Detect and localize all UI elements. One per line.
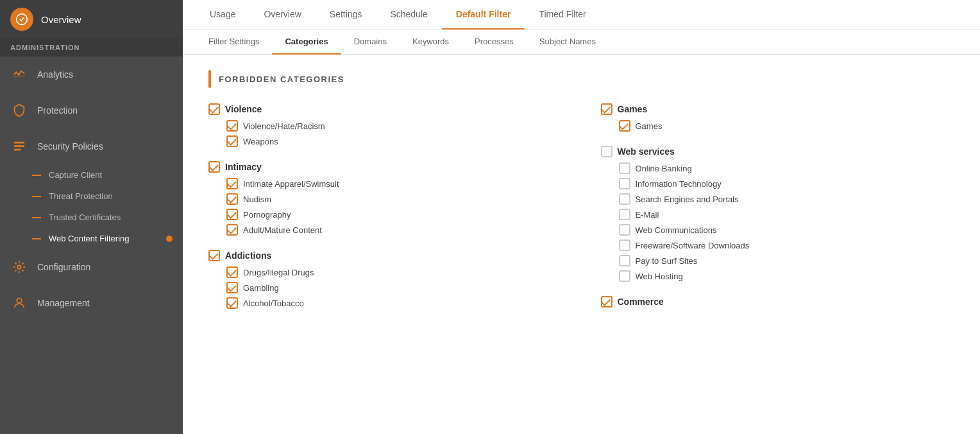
cat-group-web-services: Web servicesOnline BankingInformation Te… [601, 146, 955, 282]
dash-icon-4 [32, 238, 41, 239]
sidebar-item-security-policies[interactable]: Security Policies [0, 128, 183, 164]
admin-section-header: ADMINISTRATION [0, 39, 183, 56]
svg-rect-4 [14, 149, 21, 151]
checkbox-games[interactable] [601, 103, 612, 115]
protection-icon [10, 101, 28, 119]
sidebar-label-management: Management [37, 298, 90, 308]
cat-child-label-pay-to-surf: Pay to Surf Sites [636, 256, 698, 266]
checkbox-violence-hate[interactable] [226, 120, 238, 132]
cat-children-intimacy: Intimate Apparel/SwimsuitNudismPornograp… [208, 178, 562, 236]
checkbox-weapons[interactable] [226, 135, 238, 147]
cat-parent-label-violence: Violence [225, 104, 262, 114]
subtab-keywords[interactable]: Keywords [400, 30, 462, 55]
checkbox-pay-to-surf[interactable] [619, 255, 630, 266]
categories-grid: ViolenceViolence/Hate/RacismWeaponsIntim… [208, 103, 954, 323]
cat-parent-addictions: Addictions [208, 250, 562, 261]
tab-settings[interactable]: Settings [316, 0, 376, 30]
cat-group-addictions: AddictionsDrugs/Illegal DrugsGamblingAlc… [208, 250, 562, 309]
checkbox-nudism[interactable] [226, 193, 238, 205]
checkbox-commerce[interactable] [601, 296, 612, 308]
cat-child-email: E-Mail [619, 209, 955, 220]
cat-group-commerce: Commerce [601, 296, 955, 308]
cat-group-violence: ViolenceViolence/Hate/RacismWeapons [208, 103, 562, 147]
sidebar-item-web-content-filtering[interactable]: Web Content Filtering [13, 228, 183, 249]
sidebar-item-capture-client[interactable]: Capture Client [13, 164, 183, 186]
configuration-icon [10, 258, 28, 276]
checkbox-pornography[interactable] [226, 209, 238, 220]
checkbox-email[interactable] [619, 209, 630, 220]
tab-schedule[interactable]: Schedule [376, 0, 441, 30]
sidebar-label-security-policies: Security Policies [37, 141, 103, 152]
subtab-categories[interactable]: Categories [272, 30, 341, 55]
security-policies-icon [10, 137, 28, 155]
section-title-text: FORBIDDEN CATEGORIES [219, 74, 344, 84]
cat-child-label-freeware: Freeware/Software Downloads [636, 241, 750, 250]
checkbox-information-technology[interactable] [619, 178, 630, 189]
checkbox-online-banking[interactable] [619, 162, 630, 174]
sidebar-item-configuration[interactable]: Configuration [0, 249, 183, 285]
checkbox-alcohol-tobacco[interactable] [226, 297, 238, 309]
svg-rect-3 [14, 145, 25, 147]
svg-point-6 [17, 299, 21, 303]
cat-parent-games: Games [601, 103, 955, 115]
tab-overview[interactable]: Overview [249, 0, 315, 30]
checkbox-intimacy[interactable] [208, 161, 220, 173]
capture-client-section: Capture Client Threat Protection Trusted… [0, 164, 183, 249]
checkbox-web-communications[interactable] [619, 224, 630, 236]
sidebar-item-analytics[interactable]: Analytics [0, 56, 183, 92]
svg-rect-1 [13, 76, 25, 77]
cat-child-intimate-apparel: Intimate Apparel/Swimsuit [226, 178, 562, 189]
cat-child-web-communications: Web Communications [619, 224, 955, 236]
checkbox-violence[interactable] [208, 103, 220, 115]
cat-parent-violence: Violence [208, 103, 562, 115]
checkbox-web-hosting[interactable] [619, 270, 630, 282]
checkbox-drugs[interactable] [226, 266, 238, 278]
sidebar-logo[interactable]: Overview [0, 0, 183, 39]
checkbox-gambling[interactable] [226, 282, 238, 293]
cat-parent-label-web-services: Web services [618, 146, 675, 157]
checkbox-addictions[interactable] [208, 250, 220, 261]
cat-child-online-banking: Online Banking [619, 162, 955, 174]
cat-child-label-information-technology: Information Technology [636, 179, 722, 189]
cat-child-label-online-banking: Online Banking [636, 164, 692, 173]
cat-child-search-engines: Search Engines and Portals [619, 193, 955, 205]
sidebar-label-web-content: Web Content Filtering [49, 234, 130, 243]
subtab-processes[interactable]: Processes [462, 30, 527, 55]
tab-timed-filter[interactable]: Timed Filter [525, 0, 600, 30]
svg-point-5 [17, 265, 21, 269]
cat-children-web-services: Online BankingInformation TechnologySear… [601, 162, 955, 282]
subtab-domains[interactable]: Domains [341, 30, 400, 55]
checkbox-intimate-apparel[interactable] [226, 178, 238, 189]
tab-usage[interactable]: Usage [196, 0, 249, 30]
sidebar-item-trusted-certificates[interactable]: Trusted Certificates [13, 207, 183, 228]
cat-parent-web-services: Web services [601, 146, 955, 157]
cat-child-web-hosting: Web Hosting [619, 270, 955, 282]
dash-icon-3 [32, 217, 41, 218]
cat-child-label-nudism: Nudism [243, 195, 271, 204]
cat-child-label-web-communications: Web Communications [636, 225, 717, 235]
cat-child-label-weapons: Weapons [243, 137, 278, 146]
tab-default-filter[interactable]: Default Filter [442, 0, 525, 30]
cat-parent-commerce: Commerce [601, 296, 955, 308]
subtab-subject-names[interactable]: Subject Names [527, 30, 609, 55]
checkbox-games-child[interactable] [619, 120, 630, 132]
sidebar-item-management[interactable]: Management [0, 285, 183, 321]
cat-child-information-technology: Information Technology [619, 178, 955, 189]
sidebar-logo-text: Overview [41, 14, 81, 25]
sidebar-item-protection[interactable]: Protection [0, 92, 183, 128]
checkbox-search-engines[interactable] [619, 193, 630, 205]
main-content: Usage Overview Settings Schedule Default… [183, 0, 980, 434]
subtab-filter-settings[interactable]: Filter Settings [196, 30, 272, 55]
cat-child-pay-to-surf: Pay to Surf Sites [619, 255, 955, 266]
cat-child-gambling: Gambling [226, 282, 562, 293]
sidebar-item-threat-protection[interactable]: Threat Protection [13, 186, 183, 207]
checkbox-freeware[interactable] [619, 239, 630, 251]
cat-child-nudism: Nudism [226, 193, 562, 205]
left-column: ViolenceViolence/Hate/RacismWeaponsIntim… [208, 103, 562, 323]
checkbox-web-services[interactable] [601, 146, 612, 157]
cat-children-violence: Violence/Hate/RacismWeapons [208, 120, 562, 147]
management-icon [10, 294, 28, 312]
cat-child-label-pornography: Pornography [243, 210, 291, 220]
checkbox-adult-mature[interactable] [226, 224, 238, 236]
active-dot [166, 236, 173, 242]
